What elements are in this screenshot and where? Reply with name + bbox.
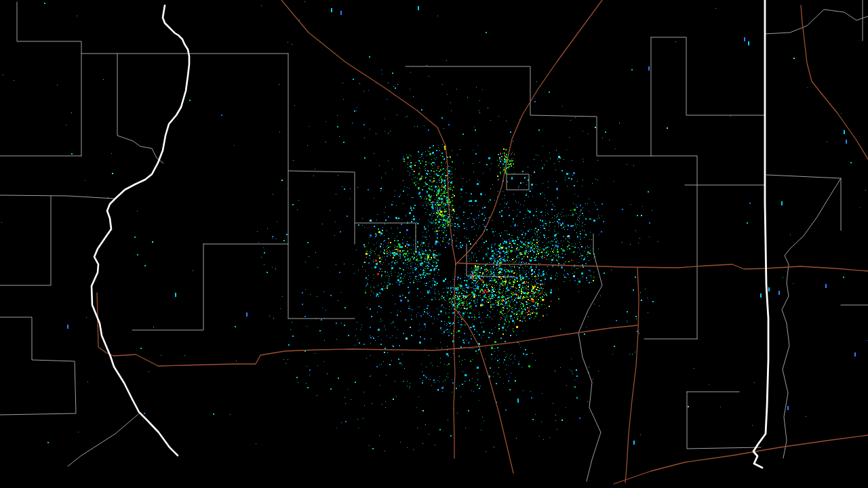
county-boundary-line — [0, 195, 114, 199]
county-boundary-line — [507, 174, 529, 190]
highway-line — [281, 0, 456, 263]
county-boundary-line — [17, 2, 81, 156]
highway-line — [455, 308, 513, 473]
highway-line — [614, 435, 868, 484]
highway-line — [456, 263, 868, 271]
highway-line — [625, 268, 639, 483]
county-boundary-line — [765, 9, 868, 34]
county-boundary-line — [68, 414, 138, 466]
county-boundary-line — [652, 156, 697, 339]
county-boundary-line — [766, 175, 841, 230]
county-boundary-line — [651, 37, 765, 115]
highway-line — [458, 0, 602, 262]
highway-line — [454, 263, 456, 458]
county-boundary-line — [687, 392, 761, 449]
county-boundary-line — [0, 196, 51, 285]
county-boundary-line — [288, 171, 355, 244]
state-border-line — [753, 0, 768, 468]
county-boundary-line — [132, 244, 203, 330]
county-boundary-line — [117, 54, 163, 163]
county-boundary-line — [467, 244, 517, 277]
county-boundary-line — [0, 317, 76, 415]
illinois-river-line — [92, 5, 189, 455]
map-line-layer — [0, 0, 868, 488]
county-boundary-line — [406, 66, 652, 156]
radar-viewer: NIU KILX LONG RANGE BASE REFLECTIVITY (0… — [0, 0, 868, 488]
county-boundary-line — [782, 178, 841, 458]
county-boundary-line — [578, 234, 602, 481]
highway-line — [801, 5, 868, 159]
highway-line — [97, 293, 637, 366]
county-boundary-line — [355, 223, 416, 252]
